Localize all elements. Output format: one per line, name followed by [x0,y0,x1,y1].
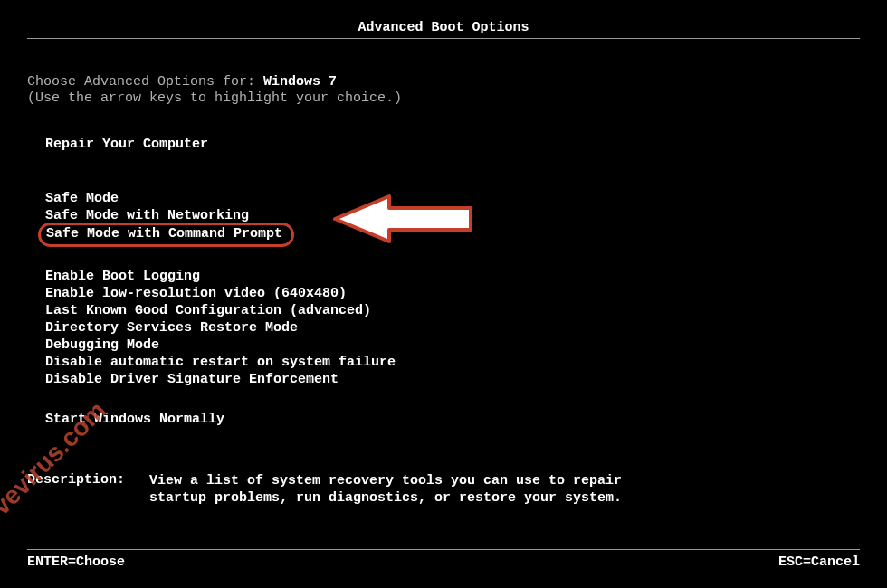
description-line-1: View a list of system recovery tools you… [149,473,622,488]
menu-item-boot-logging[interactable]: Enable Boot Logging [45,268,396,285]
menu-item-safe-mode[interactable]: Safe Mode [45,190,294,207]
menu-item-low-res-video[interactable]: Enable low-resolution video (640x480) [45,285,396,302]
description-line-2: startup problems, run diagnostics, or re… [149,490,622,506]
choose-prefix: Choose Advanced Options for: [27,74,263,90]
footer-bar: ENTER=Choose ESC=Cancel [27,555,860,570]
arrow-keys-hint: (Use the arrow keys to highlight your ch… [27,90,402,106]
enter-choose-label: ENTER=Choose [27,555,125,570]
svg-marker-0 [335,196,471,242]
arrow-annotation-icon [326,192,480,251]
esc-cancel-label: ESC=Cancel [778,555,860,570]
menu-item-ds-restore[interactable]: Directory Services Restore Mode [45,319,396,337]
menu-item-debugging[interactable]: Debugging Mode [45,337,396,354]
safe-mode-group: Safe Mode Safe Mode with Networking Safe… [45,190,294,247]
description-block: Description: View a list of system recov… [27,472,860,507]
title-divider [27,38,860,39]
menu-item-disable-driver-sig[interactable]: Disable Driver Signature Enforcement [45,371,396,388]
menu-item-disable-auto-restart[interactable]: Disable automatic restart on system fail… [45,354,396,371]
description-text: View a list of system recovery tools you… [149,472,622,507]
menu-item-repair[interactable]: Repair Your Computer [45,136,208,153]
menu-item-safe-mode-cmd-highlighted[interactable]: Safe Mode with Command Prompt [38,223,294,247]
menu-item-last-known-good[interactable]: Last Known Good Configuration (advanced) [45,302,396,319]
choose-advanced-label: Choose Advanced Options for: Windows 7 [27,74,337,90]
options-group: Enable Boot Logging Enable low-resolutio… [45,268,396,388]
footer-divider [27,549,860,550]
os-name: Windows 7 [263,74,337,90]
page-title: Advanced Boot Options [27,20,860,37]
